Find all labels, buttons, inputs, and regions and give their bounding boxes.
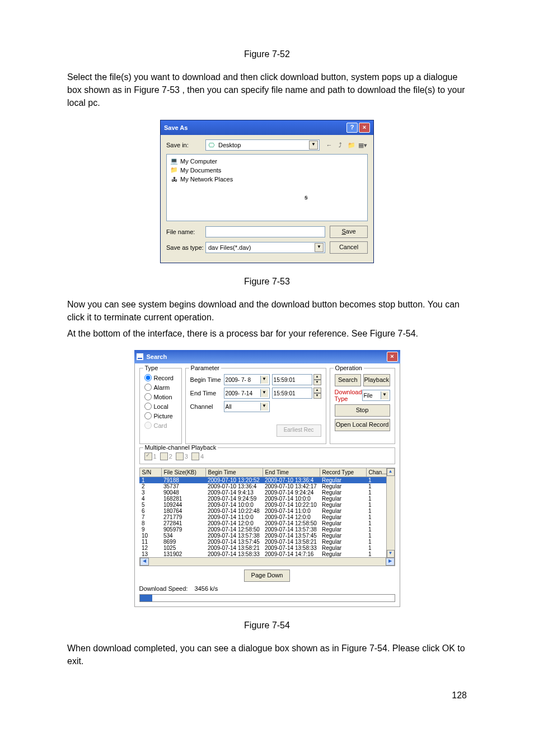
download-type-select[interactable]: File▼ (362, 390, 390, 401)
stop-button[interactable]: Stop (335, 404, 390, 417)
type-group-title: Type (143, 365, 160, 371)
cell-size: 271779 (161, 514, 205, 520)
channel-3-checkbox (176, 452, 184, 460)
table-row[interactable]: 3900482009-07-14 9:4:132009-07-14 9:24:2… (139, 489, 395, 496)
radio-motion[interactable]: Motion (144, 393, 177, 400)
save-as-type-value: dav Files(*.dav) (207, 244, 315, 251)
chevron-down-icon[interactable]: ▼ (260, 389, 268, 397)
item-label: My Network Places (180, 176, 233, 183)
cell-sn: 3 (139, 489, 161, 496)
cell-sn: 4 (139, 496, 161, 502)
earliest-rec-button: Earliest Rec (277, 424, 321, 437)
begin-date-input[interactable]: 2009- 7- 8▼ (224, 374, 270, 385)
end-time-input[interactable]: 15:59:01 (272, 388, 312, 399)
chevron-down-icon[interactable]: ▼ (309, 141, 318, 150)
cell-type: Regular (320, 496, 366, 502)
radio-alarm[interactable]: Alarm (144, 384, 177, 391)
col-sn[interactable]: S/N (139, 468, 161, 477)
table-row[interactable]: 1791882009-07-10 13:20:522009-07-10 13:3… (139, 477, 395, 484)
cell-end: 2009-07-14 14:7:16 (263, 551, 320, 557)
vertical-scrollbar[interactable]: ▲ ▼ (386, 468, 395, 558)
close-button[interactable]: × (387, 352, 398, 362)
multi-channel-playback-group: Multiple-channel Playback 1 2 3 4 (139, 447, 395, 464)
download-speed-label: Download Speed: (139, 585, 188, 592)
list-item[interactable]: 📁 My Documents (170, 166, 364, 175)
help-button[interactable]: ? (346, 123, 358, 133)
table-row[interactable]: 72717792009-07-14 11:0:02009-07-14 12:0:… (139, 514, 395, 520)
cell-type: Regular (320, 489, 366, 496)
operation-group-title: Operation (334, 365, 364, 371)
back-icon[interactable]: ← (324, 140, 334, 150)
page-down-button[interactable]: Page Down (244, 570, 290, 582)
page-number: 128 (67, 690, 467, 701)
end-date-input[interactable]: 2009- 7-14▼ (224, 388, 270, 399)
cell-type: Regular (320, 520, 366, 526)
views-icon[interactable]: ▦▾ (358, 140, 368, 150)
cell-end: 2009-07-14 9:24:24 (263, 489, 320, 496)
scroll-left-icon[interactable]: ◀ (140, 558, 149, 566)
col-type[interactable]: Record Type (320, 468, 366, 477)
cell-size: 168281 (161, 496, 205, 502)
save-button[interactable]: Save (330, 226, 368, 238)
chevron-down-icon[interactable]: ▼ (260, 376, 268, 384)
time-spinner[interactable]: ▲▼ (313, 374, 321, 385)
list-item[interactable]: 💻 My Computer (170, 157, 364, 166)
table-row[interactable]: 131319022009-07-14 13:58:332009-07-14 14… (139, 551, 395, 557)
table-row[interactable]: 82728412009-07-14 12:0:02009-07-14 12:58… (139, 520, 395, 526)
radio-card: Card (144, 422, 177, 429)
scroll-up-icon[interactable]: ▲ (387, 468, 395, 476)
begin-time-input[interactable]: 15:59:01 (272, 374, 312, 385)
chevron-down-icon[interactable]: ▼ (260, 403, 268, 410)
scroll-down-icon[interactable]: ▼ (387, 550, 395, 558)
save-as-type-combo[interactable]: dav Files(*.dav) ▼ (205, 242, 325, 253)
chevron-down-icon[interactable]: ▼ (381, 391, 388, 399)
cell-size: 905979 (161, 526, 205, 533)
col-begin[interactable]: Begin Time (205, 468, 263, 477)
cell-begin: 2009-07-14 13:57:38 (205, 533, 263, 539)
radio-picture[interactable]: Picture (144, 412, 177, 419)
type-group: Type Record Alarm Motion Local Picture C… (139, 368, 182, 444)
cell-type: Regular (320, 502, 366, 508)
cell-begin: 2009-07-10 13:20:52 (205, 477, 263, 484)
search-button[interactable]: Search (335, 374, 361, 386)
new-folder-icon[interactable]: 📁 (346, 140, 357, 150)
radio-local[interactable]: Local (144, 403, 177, 410)
playback-button[interactable]: Playback (363, 374, 390, 386)
cell-size: 109244 (161, 502, 205, 508)
up-icon[interactable]: ⤴ (335, 140, 345, 150)
minimize-icon[interactable] (137, 353, 143, 360)
table-row[interactable]: 99059792009-07-14 12:58:502009-07-14 13:… (139, 526, 395, 533)
table-row[interactable]: 1186992009-07-14 13:57:452009-07-14 13:5… (139, 539, 395, 545)
col-end[interactable]: End Time (263, 468, 320, 477)
cell-type: Regular (320, 551, 366, 557)
save-in-combo[interactable]: 🖵 Desktop ▼ (205, 139, 320, 151)
scroll-right-icon[interactable]: ▶ (386, 558, 395, 566)
radio-record[interactable]: Record (144, 374, 177, 381)
chevron-down-icon[interactable]: ▼ (315, 243, 324, 252)
cell-sn: 9 (139, 526, 161, 533)
item-label: My Computer (180, 158, 217, 165)
mpb-group-title: Multiple-channel Playback (143, 444, 218, 451)
computer-icon: 💻 (170, 157, 178, 165)
horizontal-scrollbar[interactable]: ◀ ▶ (139, 557, 395, 566)
cancel-button[interactable]: Cancel (330, 241, 368, 254)
time-spinner[interactable]: ▲▼ (313, 388, 321, 399)
table-row[interactable]: 51092442009-07-14 10:0:02009-07-14 10:22… (139, 502, 395, 508)
col-size[interactable]: File Size(KB) (161, 468, 205, 477)
table-row[interactable]: 61807642009-07-14 10:22:482009-07-14 11:… (139, 508, 395, 514)
table-row[interactable]: 2357372009-07-10 13:36:42009-07-10 13:42… (139, 483, 395, 489)
table-row[interactable]: 105342009-07-14 13:57:382009-07-14 13:57… (139, 533, 395, 539)
table-row[interactable]: 1210252009-07-14 13:58:212009-07-14 13:5… (139, 545, 395, 551)
close-button[interactable]: × (359, 123, 370, 133)
open-local-record-button[interactable]: Open Local Record (335, 419, 390, 431)
file-name-input[interactable] (205, 226, 325, 237)
file-browser-area[interactable]: 💻 My Computer 📁 My Documents 🖧 My Networ… (166, 154, 368, 221)
download-progress (139, 594, 395, 602)
folder-icon: 📁 (170, 166, 178, 174)
download-speed: Download Speed: 3456 k/s (139, 585, 395, 592)
list-item[interactable]: 🖧 My Network Places (170, 175, 364, 184)
cell-begin: 2009-07-14 13:57:45 (205, 539, 263, 545)
channel-select[interactable]: All▼ (224, 401, 270, 412)
table-row[interactable]: 41682812009-07-14 9:24:592009-07-14 10:0… (139, 496, 395, 502)
body-paragraph-2a: Now you can see system begins download a… (67, 298, 467, 324)
